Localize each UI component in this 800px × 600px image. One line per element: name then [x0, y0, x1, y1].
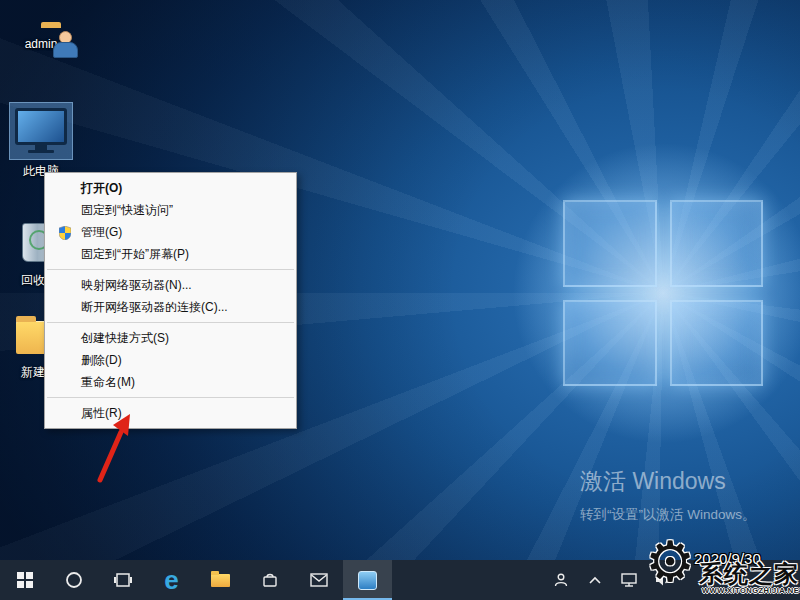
watermark-site-url: WWW.XITONGZHIJIA.NET — [702, 586, 800, 595]
desktop-icon-this-pc[interactable]: 此电脑 — [10, 103, 72, 180]
gear-icon: ⚙ — [645, 532, 695, 592]
edge-icon: e — [164, 567, 178, 593]
activate-windows-watermark: 激活 Windows 转到“设置”以激活 Windows。 — [580, 466, 756, 524]
activate-windows-subtitle: 转到“设置”以激活 Windows。 — [580, 506, 756, 524]
menu-item-create-shortcut[interactable]: 创建快捷方式(S) — [45, 327, 296, 349]
menu-item-map-network-drive[interactable]: 映射网络驱动器(N)... — [45, 274, 296, 296]
menu-item-disconnect-network-drive[interactable]: 断开网络驱动器的连接(C)... — [45, 296, 296, 318]
task-view-icon — [113, 570, 133, 590]
menu-item-label: 管理(G) — [81, 225, 122, 239]
people-button[interactable] — [548, 560, 574, 600]
menu-item-properties[interactable]: 属性(R) — [45, 402, 296, 424]
network-icon — [620, 572, 638, 588]
search-button[interactable] — [49, 560, 98, 600]
context-menu: 打开(O) 固定到“快速访问” 管理(G) 固定到“开始”屏幕(P) 映射网络驱… — [44, 172, 297, 429]
search-icon — [64, 570, 84, 590]
store-icon — [260, 570, 280, 590]
menu-separator — [47, 322, 294, 323]
active-app-button[interactable] — [343, 560, 392, 600]
start-button[interactable] — [0, 560, 49, 600]
show-hidden-icons-button[interactable] — [582, 560, 608, 600]
active-app-icon — [358, 571, 377, 590]
task-view-button[interactable] — [98, 560, 147, 600]
menu-item-rename[interactable]: 重命名(M) — [45, 371, 296, 393]
menu-separator — [47, 397, 294, 398]
site-watermark: ⚙ 2020/9/30 系统之家 WWW.XITONGZHIJIA.NET — [645, 538, 800, 600]
menu-item-pin-quick-access[interactable]: 固定到“快速访问” — [45, 199, 296, 221]
mail-icon — [309, 572, 329, 588]
people-icon — [553, 572, 569, 588]
file-explorer-icon — [211, 574, 230, 587]
red-annotation-arrow — [88, 406, 148, 490]
menu-item-open[interactable]: 打开(O) — [45, 177, 296, 199]
menu-item-delete[interactable]: 删除(D) — [45, 349, 296, 371]
windows-start-icon — [17, 572, 33, 588]
desktop-icon-admin[interactable]: admin — [10, 8, 72, 51]
activate-windows-title: 激活 Windows — [580, 466, 756, 497]
mail-button[interactable] — [294, 560, 343, 600]
network-button[interactable] — [616, 560, 642, 600]
menu-item-pin-start[interactable]: 固定到“开始”屏幕(P) — [45, 243, 296, 265]
this-pc-icon — [15, 108, 67, 153]
store-button[interactable] — [245, 560, 294, 600]
edge-button[interactable]: e — [147, 560, 196, 600]
chevron-up-icon — [587, 574, 603, 586]
menu-separator — [47, 269, 294, 270]
menu-item-manage[interactable]: 管理(G) — [45, 221, 296, 243]
file-explorer-button[interactable] — [196, 560, 245, 600]
